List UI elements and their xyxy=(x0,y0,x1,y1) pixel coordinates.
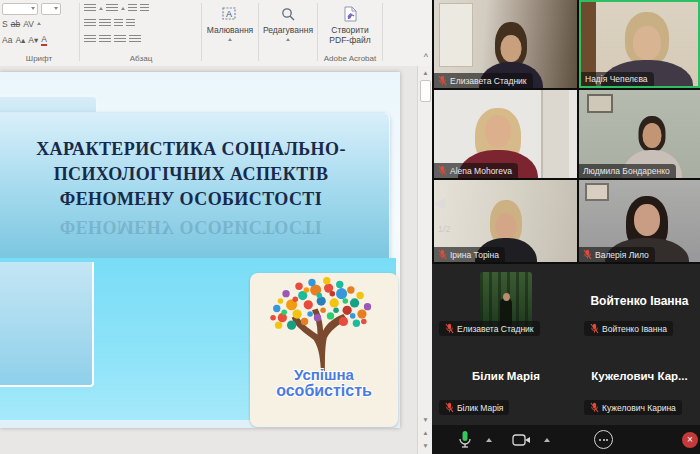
ribbon-group-editing: Редагування xyxy=(260,0,316,66)
acrobat-group-label: Adobe Acrobat xyxy=(319,54,381,63)
participant-tile[interactable]: Кужелович Кар... Кужелович Карина xyxy=(579,352,700,425)
character-spacing-button[interactable]: AV xyxy=(23,19,34,29)
participant-name-label: Елизавета Стадник xyxy=(434,73,533,88)
group-separator xyxy=(79,3,80,61)
chevron-down-icon xyxy=(286,38,290,41)
slide-title: ХАРАКТЕРИСТИКА СОЦІАЛЬНО- ПСИХОЛОГІЧНИХ … xyxy=(0,137,389,211)
search-icon xyxy=(278,4,298,24)
font-combo-row xyxy=(2,2,61,15)
editing-button[interactable]: Редагування xyxy=(261,4,315,41)
text-direction-icon[interactable] xyxy=(126,19,135,28)
scroll-up-icon[interactable]: ▲ xyxy=(418,66,433,79)
shrink-font-button[interactable]: A▾ xyxy=(28,35,38,45)
decor-box-left xyxy=(0,262,94,387)
slide[interactable]: ХАРАКТЕРИСТИКА СОЦІАЛЬНО- ПСИХОЛОГІЧНИХ … xyxy=(0,72,400,428)
scrollbar-bottom-buttons: ▼ ▲ ▼ xyxy=(418,413,433,452)
font-name-combo[interactable] xyxy=(2,3,38,15)
multilevel-list-icon[interactable] xyxy=(128,4,137,13)
change-case-button[interactable]: Aa xyxy=(2,35,12,45)
participant-tile[interactable]: Елизавета Стадник xyxy=(434,266,578,352)
participant-tile[interactable]: Валерія Лило xyxy=(579,180,700,262)
scrollbar-thumb[interactable] xyxy=(420,80,431,102)
svg-text:A: A xyxy=(226,9,232,19)
handprint-tree-graphic xyxy=(258,277,390,377)
participant-name-label: Надія Чепелєва xyxy=(581,72,654,86)
mic-muted-icon xyxy=(438,75,447,86)
chevron-down-icon xyxy=(37,22,41,25)
previous-page-icon[interactable]: ◀ xyxy=(434,194,446,212)
close-icon[interactable]: × xyxy=(682,432,698,448)
bullets-icon[interactable] xyxy=(84,4,96,13)
mic-options-chevron-icon[interactable] xyxy=(486,438,492,442)
increase-indent-icon[interactable] xyxy=(99,19,111,28)
mic-muted-icon xyxy=(438,249,447,260)
participant-name-label: Кужелович Карина xyxy=(584,400,682,415)
participant-name: Надія Чепелєва xyxy=(585,74,648,84)
ribbon-group-drawing: A Малювання xyxy=(203,0,257,66)
mic-muted-icon xyxy=(445,402,454,413)
drawing-button[interactable]: A Малювання xyxy=(203,4,257,41)
camera-options-chevron-icon[interactable] xyxy=(544,438,550,442)
numbering-icon[interactable] xyxy=(106,4,118,13)
mic-muted-icon xyxy=(583,249,592,260)
participant-name-label: Людмила Бондаренко xyxy=(579,164,676,178)
mic-muted-icon xyxy=(590,323,599,334)
drawing-label: Малювання xyxy=(207,26,253,36)
participant-name: Кужелович Карина xyxy=(602,403,676,413)
font-size-combo[interactable] xyxy=(41,3,61,15)
indent-buttons-row xyxy=(84,17,135,30)
participant-name: Войтенко Іванна xyxy=(602,324,667,334)
participant-name: Людмила Бондаренко xyxy=(583,166,670,176)
justify-icon[interactable] xyxy=(129,35,141,44)
participant-tile[interactable]: Войтенко Іванна Войтенко Іванна xyxy=(579,266,700,352)
participant-name-label: Ірина Торіна xyxy=(434,247,505,262)
participant-tile[interactable]: Людмила Бондаренко xyxy=(579,90,700,178)
participant-tile[interactable]: Елизавета Стадник xyxy=(434,0,577,88)
slide-scrollbar[interactable]: ▲ ▼ ▲ ▼ xyxy=(417,66,433,454)
font-color-button[interactable]: A xyxy=(41,34,47,46)
zoom-window: Елизавета Стадник Надія Чепелєва Al xyxy=(432,0,700,454)
screen: S ab AV Aa A▴ A▾ A Шрифт xyxy=(0,0,700,454)
participant-name: Елизавета Стадник xyxy=(450,76,527,86)
mic-icon[interactable] xyxy=(457,430,473,450)
slide-title-box[interactable]: ХАРАКТЕРИСТИКА СОЦІАЛЬНО- ПСИХОЛОГІЧНИХ … xyxy=(0,112,390,270)
decrease-indent-icon[interactable] xyxy=(84,19,96,28)
tree-image[interactable]: Успішна особистість xyxy=(250,273,398,427)
align-right-icon[interactable] xyxy=(114,35,126,44)
next-slide-icon[interactable]: ▼ xyxy=(418,439,433,452)
align-left-icon[interactable] xyxy=(84,35,96,44)
caption-line-1: Успішна xyxy=(250,367,398,383)
create-pdf-button[interactable]: Створити PDF-файл xyxy=(323,4,377,46)
participant-name: Білик Марія xyxy=(457,403,503,413)
group-separator xyxy=(382,3,383,61)
columns-icon[interactable] xyxy=(114,19,123,28)
line-spacing-icon[interactable] xyxy=(140,4,149,13)
font-group-label: Шрифт xyxy=(0,54,78,63)
participant-tile[interactable]: Ірина Торіна xyxy=(434,180,577,262)
grow-font-button[interactable]: A▴ xyxy=(15,35,25,45)
previous-slide-icon[interactable]: ▲ xyxy=(418,426,433,439)
title-line-1: ХАРАКТЕРИСТИКА СОЦІАЛЬНО- xyxy=(0,137,389,162)
title-reflection: ФЕНОМЕНУ ОСОБИСТОСТІ xyxy=(0,211,389,239)
title-line-2: ПСИХОЛОГІЧНИХ АСПЕКТІВ xyxy=(0,162,389,187)
camera-icon[interactable] xyxy=(512,433,532,447)
participant-name-label: Елизавета Стадник xyxy=(439,321,540,336)
page-indicator: 1/2 xyxy=(438,224,451,234)
collapse-ribbon-icon[interactable]: ^ xyxy=(424,52,428,62)
font-style-row: S ab AV xyxy=(2,17,41,30)
scroll-down-icon[interactable]: ▼ xyxy=(418,413,433,426)
ppt-ribbon: S ab AV Aa A▴ A▾ A Шрифт xyxy=(0,0,432,67)
more-options-icon[interactable] xyxy=(594,430,613,449)
strikethrough-button[interactable]: ab xyxy=(11,19,20,29)
ribbon-group-paragraph: Абзац xyxy=(82,0,200,66)
participant-tile[interactable]: Alena Mohoreva xyxy=(434,90,577,178)
participant-tile[interactable]: Білик Марія Білик Марія xyxy=(434,352,578,425)
align-center-icon[interactable] xyxy=(99,35,111,44)
group-separator xyxy=(201,3,202,61)
participant-name: Валерія Лило xyxy=(595,250,649,260)
participant-tile-active-speaker[interactable]: Надія Чепелєва xyxy=(579,0,700,88)
bold-button[interactable]: S xyxy=(2,19,8,29)
mic-muted-icon xyxy=(590,402,599,413)
participant-display-name: Білик Марія xyxy=(434,370,578,382)
caption-line-2: особистість xyxy=(250,383,398,400)
